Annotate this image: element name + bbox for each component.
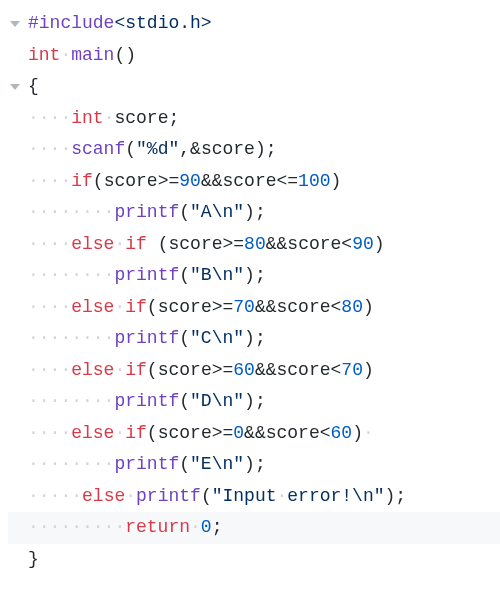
semicolon: ;: [255, 265, 266, 285]
identifier: score: [222, 171, 276, 191]
paren: ): [244, 202, 255, 222]
semicolon: ;: [255, 328, 266, 348]
keyword-else: else: [71, 423, 114, 443]
paren: ): [374, 234, 385, 254]
whitespace-dots: ····: [28, 139, 71, 159]
code-editor: #include<stdio.h> int·main() { ····int·s…: [8, 8, 500, 575]
function-call: printf: [136, 486, 201, 506]
operator: >=: [212, 297, 234, 317]
whitespace-dots: ····: [28, 108, 71, 128]
header-path: <stdio.h>: [114, 13, 211, 33]
operator: <=: [277, 171, 299, 191]
number-literal: 80: [341, 297, 363, 317]
paren: (: [179, 391, 190, 411]
operator: <: [320, 423, 331, 443]
paren: (: [147, 297, 158, 317]
operator: >=: [212, 360, 234, 380]
semicolon: ;: [212, 517, 223, 537]
identifier: score: [158, 360, 212, 380]
operator: &&: [255, 360, 277, 380]
identifier: score: [266, 423, 320, 443]
fold-toggle-icon[interactable]: [10, 21, 20, 27]
code-line: ····if(score>=90&&score<=100): [8, 166, 500, 198]
operator: &&: [255, 297, 277, 317]
paren: ): [255, 139, 266, 159]
operator: &: [190, 139, 201, 159]
function-call: scanf: [71, 139, 125, 159]
string-literal: "B\n": [190, 265, 244, 285]
operator: &&: [266, 234, 288, 254]
paren: (: [179, 265, 190, 285]
function-name: main: [71, 45, 114, 65]
keyword-else: else: [82, 486, 125, 506]
code-line: ········printf("A\n");: [8, 197, 500, 229]
number-literal: 80: [244, 234, 266, 254]
preprocessor-keyword: #include: [28, 13, 114, 33]
whitespace-dots: ····: [28, 360, 71, 380]
operator: &&: [201, 171, 223, 191]
paren: ): [244, 454, 255, 474]
paren: (: [147, 360, 158, 380]
string-literal: "D\n": [190, 391, 244, 411]
function-call: printf: [114, 202, 179, 222]
number-literal: 60: [331, 423, 353, 443]
whitespace-dot: ·: [125, 486, 136, 506]
semicolon: ;: [395, 486, 406, 506]
number-literal: 90: [352, 234, 374, 254]
number-literal: 70: [233, 297, 255, 317]
identifier: score: [158, 297, 212, 317]
string-literal: error!\n": [287, 486, 384, 506]
whitespace-dot: ·: [114, 360, 125, 380]
semicolon: ;: [266, 139, 277, 159]
whitespace-dots: ····: [28, 297, 71, 317]
code-line: ········printf("D\n");: [8, 386, 500, 418]
paren: ): [363, 297, 374, 317]
identifier: score: [277, 297, 331, 317]
whitespace-dot: ·: [363, 423, 374, 443]
string-literal: "%d": [136, 139, 179, 159]
code-line: ········printf("E\n");: [8, 449, 500, 481]
brace: }: [28, 549, 39, 569]
string-literal: "A\n": [190, 202, 244, 222]
operator: >=: [223, 234, 245, 254]
paren: (: [179, 454, 190, 474]
whitespace-dot: ·: [114, 234, 125, 254]
function-call: printf: [114, 265, 179, 285]
code-line: ····else·if(score>=60&&score<70): [8, 355, 500, 387]
paren: (: [201, 486, 212, 506]
paren: (: [125, 139, 136, 159]
whitespace-dot: ·: [114, 423, 125, 443]
paren: (: [158, 234, 169, 254]
identifier: score: [287, 234, 341, 254]
function-call: printf: [114, 391, 179, 411]
whitespace-dots: ····: [28, 234, 71, 254]
keyword-else: else: [71, 234, 114, 254]
paren: ): [125, 45, 136, 65]
code-line: ····scanf("%d",&score);: [8, 134, 500, 166]
number-literal: 0: [233, 423, 244, 443]
operator: <: [341, 234, 352, 254]
paren: (: [179, 328, 190, 348]
identifier: score: [114, 108, 168, 128]
number-literal: 100: [298, 171, 330, 191]
whitespace-dots: ········: [28, 265, 114, 285]
code-line: int·main(): [8, 40, 500, 72]
keyword-return: return: [125, 517, 190, 537]
paren: ): [244, 265, 255, 285]
fold-toggle-icon[interactable]: [10, 84, 20, 90]
whitespace-dots: ········: [28, 202, 114, 222]
string-literal: "E\n": [190, 454, 244, 474]
whitespace-dot: ·: [60, 45, 71, 65]
keyword-else: else: [71, 360, 114, 380]
number-literal: 90: [179, 171, 201, 191]
semicolon: ;: [168, 108, 179, 128]
paren: ): [244, 328, 255, 348]
code-line: ····else·if(score>=0&&score<60)·: [8, 418, 500, 450]
paren: ): [244, 391, 255, 411]
identifier: score: [168, 234, 222, 254]
operator: &&: [244, 423, 266, 443]
paren: (: [147, 423, 158, 443]
operator: <: [331, 297, 342, 317]
string-literal: "Input: [212, 486, 277, 506]
function-call: printf: [114, 328, 179, 348]
